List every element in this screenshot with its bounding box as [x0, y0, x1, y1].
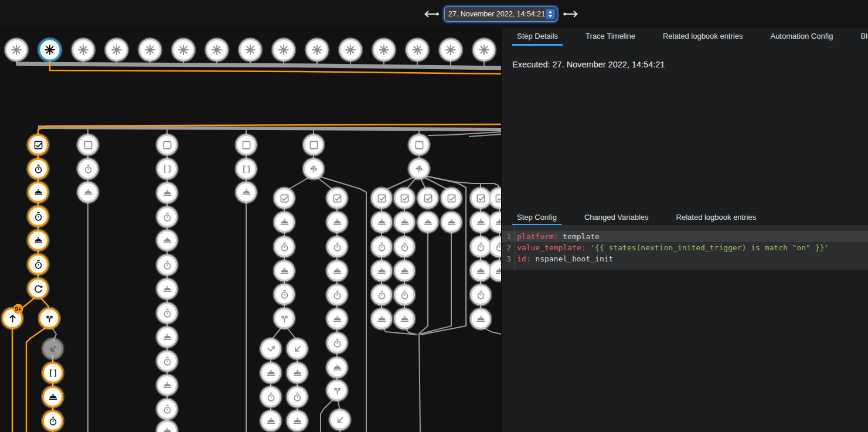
- trace-node-repeat-loop[interactable]: [28, 278, 49, 299]
- trace-node-asterisk-trigger[interactable]: [5, 39, 28, 62]
- trace-node-service-call[interactable]: [326, 212, 348, 233]
- trace-node-timer-delay[interactable]: [287, 386, 308, 407]
- trace-node-service-call[interactable]: [470, 260, 491, 281]
- trace-node-timer-delay[interactable]: [28, 206, 49, 227]
- trace-node-timer-delay[interactable]: [394, 236, 415, 257]
- trace-node-service-call[interactable]: [156, 230, 178, 251]
- trace-node-timer-delay[interactable]: [77, 158, 98, 179]
- trace-node-checkbox-marked-condition[interactable]: [371, 188, 392, 209]
- trace-node-timer-delay[interactable]: [470, 284, 491, 305]
- trace-node-checkbox-marked-condition[interactable]: [274, 188, 295, 209]
- trace-node-service-call[interactable]: [287, 362, 308, 383]
- trace-node-asterisk-trigger[interactable]: [406, 39, 429, 62]
- tab-step-config[interactable]: Step Config: [512, 210, 561, 226]
- trace-node-asterisk-trigger[interactable]: [440, 39, 462, 62]
- trace-node-timer-delay[interactable]: [371, 236, 392, 257]
- tab-changed-variables[interactable]: Changed Variables: [580, 210, 653, 226]
- trace-node-timer-delay[interactable]: [156, 254, 178, 275]
- trace-node-call-received[interactable]: [42, 338, 63, 359]
- trace-node-timer-delay[interactable]: [326, 332, 348, 353]
- previous-run-button[interactable]: [422, 9, 440, 19]
- trace-node-service-call[interactable]: [156, 182, 178, 203]
- trace-node-asterisk-trigger[interactable]: [39, 39, 62, 62]
- trace-node-service-call[interactable]: [470, 308, 491, 329]
- trace-node-code-brackets-wait[interactable]: [236, 158, 257, 179]
- trace-node-checkbox-marked-condition[interactable]: [28, 134, 49, 155]
- trace-node-service-call[interactable]: [326, 260, 348, 281]
- trace-node-choose-branch[interactable]: [409, 158, 430, 179]
- trace-node-asterisk-trigger[interactable]: [172, 39, 195, 62]
- trace-node-service-call[interactable]: [394, 308, 415, 329]
- automation-trace-graph[interactable]: 9+: [0, 0, 501, 432]
- trace-node-timer-delay[interactable]: [394, 284, 415, 305]
- trace-node-service-call[interactable]: [156, 278, 178, 300]
- trace-node-service-call[interactable]: [326, 357, 348, 378]
- trace-node-checkbox-marked-condition[interactable]: [417, 188, 438, 209]
- trace-node-timer-delay[interactable]: [156, 399, 178, 420]
- tab-trace-timeline[interactable]: Trace Timeline: [581, 28, 640, 46]
- trace-node-timer-delay[interactable]: [42, 410, 63, 431]
- trace-node-arrow-bottom-left[interactable]: [329, 409, 350, 430]
- trace-node-choose-branch[interactable]: [303, 158, 324, 179]
- trace-node-timer-delay[interactable]: [274, 236, 295, 257]
- trace-node-asterisk-trigger[interactable]: [105, 39, 128, 62]
- trace-node-service-call[interactable]: [28, 230, 49, 251]
- trace-node-service-call[interactable]: [371, 308, 392, 329]
- trace-node-checkbox-blank-condition[interactable]: [236, 134, 257, 155]
- trace-node-call-missed[interactable]: [260, 338, 281, 359]
- trace-node-service-call[interactable]: [417, 212, 438, 233]
- trace-node-timer-delay[interactable]: [28, 254, 49, 275]
- trace-node-asterisk-trigger[interactable]: [373, 39, 396, 62]
- trace-node-service-call[interactable]: [236, 182, 257, 203]
- trace-node-timer-delay[interactable]: [28, 158, 49, 179]
- trace-node-timer-delay[interactable]: [326, 284, 348, 305]
- tab-automation-config[interactable]: Automation Config: [765, 28, 838, 46]
- trace-node-asterisk-trigger[interactable]: [273, 39, 295, 62]
- run-date-select[interactable]: 27. November 2022, 14:54:21: [444, 6, 557, 22]
- trace-node-code-brackets-wait[interactable]: [42, 362, 63, 383]
- trace-node-asterisk-trigger[interactable]: [139, 39, 162, 62]
- trace-node-service-call[interactable]: [260, 362, 281, 383]
- tab-step-details[interactable]: Step Details: [512, 28, 563, 46]
- trace-node-service-call[interactable]: [326, 308, 348, 329]
- trace-node-checkbox-marked-condition[interactable]: [441, 188, 462, 209]
- trace-node-timer-delay[interactable]: [371, 284, 392, 305]
- trace-node-timer-delay[interactable]: [260, 386, 281, 407]
- trace-node-checkbox-blank-condition[interactable]: [77, 134, 98, 155]
- trace-node-checkbox-blank-condition[interactable]: [303, 134, 324, 155]
- trace-node-checkbox-blank-condition[interactable]: [409, 134, 430, 155]
- trace-node-call-split[interactable]: [274, 308, 295, 329]
- trace-node-timer-delay[interactable]: [470, 236, 491, 257]
- trace-node-call-split[interactable]: [39, 308, 60, 329]
- trace-node-timer-delay[interactable]: [274, 284, 295, 305]
- yaml-code-editor[interactable]: 1platform: template2value_template: '{{ …: [502, 225, 868, 270]
- trace-node-checkbox-marked-condition[interactable]: [470, 188, 491, 209]
- trace-node-service-call[interactable]: [260, 410, 281, 431]
- trace-node-asterisk-trigger[interactable]: [72, 39, 95, 62]
- trace-node-asterisk-trigger[interactable]: [206, 39, 229, 62]
- trace-node-asterisk-trigger[interactable]: [339, 39, 362, 62]
- trace-node-service-call[interactable]: [156, 375, 178, 396]
- trace-node-service-call[interactable]: [441, 212, 462, 233]
- trace-node-service-call[interactable]: [28, 182, 49, 203]
- trace-node-service-call[interactable]: [371, 212, 392, 233]
- tab-blueprint-config[interactable]: Blueprint Config: [856, 28, 868, 46]
- next-run-button[interactable]: [563, 9, 580, 19]
- trace-node-checkbox-marked-condition[interactable]: [394, 188, 415, 209]
- trace-node-service-call[interactable]: [77, 182, 98, 203]
- trace-node-checkbox-marked-condition[interactable]: [326, 188, 348, 209]
- trace-node-service-call[interactable]: [274, 212, 295, 233]
- trace-node-service-call[interactable]: [287, 410, 308, 431]
- trace-node-service-call[interactable]: [470, 212, 491, 233]
- trace-node-code-brackets-wait[interactable]: [156, 158, 178, 179]
- trace-node-asterisk-trigger[interactable]: [306, 39, 329, 62]
- trace-node-service-call[interactable]: [394, 260, 415, 281]
- trace-node-call-received[interactable]: [287, 338, 308, 359]
- trace-node-checkbox-blank-condition[interactable]: [156, 134, 178, 155]
- trace-node-call-split[interactable]: [326, 380, 348, 401]
- trace-node-asterisk-trigger[interactable]: [473, 39, 496, 62]
- trace-node-timer-delay[interactable]: [156, 302, 178, 324]
- trace-node-asterisk-trigger[interactable]: [239, 39, 262, 62]
- trace-node-timer-delay[interactable]: [156, 206, 178, 227]
- trace-node-timer-delay[interactable]: [156, 351, 178, 372]
